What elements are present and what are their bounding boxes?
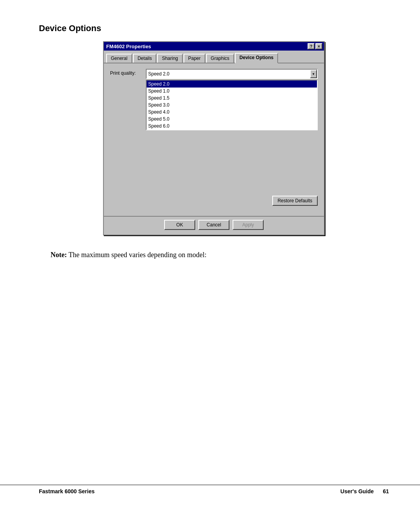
list-item-speed-4-0[interactable]: Speed 4.0: [147, 109, 317, 116]
list-item-speed-3-0[interactable]: Speed 3.0: [147, 102, 317, 109]
page-footer: Fastmark 6000 Series User's Guide 61: [0, 485, 420, 494]
print-quality-control: Speed 2.0 ▼ Speed 2.0 Speed 1.0 Speed 1.…: [146, 69, 318, 130]
dialog-footer: OK Cancel Apply: [104, 216, 324, 235]
note-paragraph: Note: The maximum speed varies depending…: [51, 251, 389, 259]
tab-sharing[interactable]: Sharing: [157, 54, 182, 63]
close-button[interactable]: ×: [315, 43, 322, 49]
apply-button[interactable]: Apply: [233, 220, 264, 230]
footer-page-number: 61: [383, 488, 389, 494]
tab-graphics[interactable]: Graphics: [206, 54, 234, 63]
restore-row: Restore Defaults: [110, 196, 318, 206]
dialog-body: Print quality: Speed 2.0 ▼ Speed 2.0 Spe…: [104, 63, 324, 216]
tab-details[interactable]: Details: [133, 54, 157, 63]
combobox-arrow-icon[interactable]: ▼: [310, 70, 317, 78]
footer-series-name: Fastmark 6000 Series: [39, 488, 94, 494]
print-quality-row: Print quality: Speed 2.0 ▼ Speed 2.0 Spe…: [110, 69, 318, 130]
list-item-speed-1-0[interactable]: Speed 1.0: [147, 88, 317, 95]
dialog-wrapper: FM4602 Properties ? × General Details Sh…: [39, 41, 389, 235]
list-item-speed-1-5[interactable]: Speed 1.5: [147, 95, 317, 102]
list-item-speed-5-0[interactable]: Speed 5.0: [147, 116, 317, 123]
print-quality-label: Print quality:: [110, 69, 141, 76]
note-content: The maximum speed varies depending on mo…: [67, 251, 206, 259]
title-bar-buttons: ? ×: [308, 43, 322, 49]
cancel-button[interactable]: Cancel: [198, 220, 229, 230]
dialog: FM4602 Properties ? × General Details Sh…: [103, 41, 325, 235]
note-bold-label: Note:: [51, 251, 67, 259]
list-item-speed-2-0[interactable]: Speed 2.0: [147, 81, 317, 88]
speed-listbox[interactable]: Speed 2.0 Speed 1.0 Speed 1.5 Speed 3.0 …: [146, 80, 318, 130]
tab-device-options[interactable]: Device Options: [235, 53, 278, 63]
section-heading: Device Options: [39, 23, 389, 33]
footer-guide-label: User's Guide: [340, 488, 374, 494]
help-button[interactable]: ?: [308, 43, 315, 49]
combobox-value: Speed 2.0: [147, 70, 310, 77]
title-bar: FM4602 Properties ? ×: [104, 42, 324, 51]
empty-area: [110, 133, 318, 196]
footer-right: User's Guide 61: [340, 488, 389, 494]
speed-combobox[interactable]: Speed 2.0 ▼: [146, 69, 318, 79]
tab-general[interactable]: General: [106, 54, 132, 63]
dialog-title: FM4602 Properties: [106, 44, 151, 49]
tab-paper[interactable]: Paper: [184, 54, 205, 63]
list-item-speed-6-0[interactable]: Speed 6.0: [147, 123, 317, 130]
tab-strip: General Details Sharing Paper Graphics D…: [104, 51, 324, 63]
restore-defaults-button[interactable]: Restore Defaults: [272, 196, 318, 206]
ok-button[interactable]: OK: [164, 220, 195, 230]
